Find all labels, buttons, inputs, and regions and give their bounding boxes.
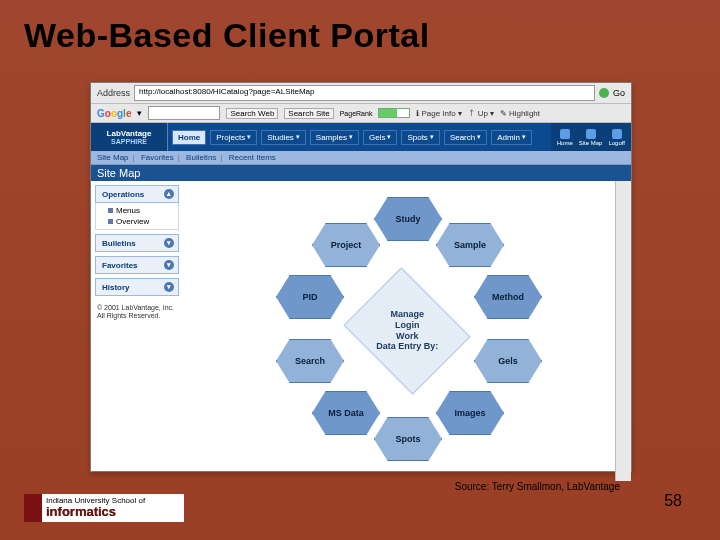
sidebar-item-bulletins[interactable]: Bulletins ▾ (95, 234, 179, 252)
center-line1: Manage (376, 309, 438, 320)
center-line3: Work (376, 331, 438, 342)
tab-studies[interactable]: Studies▾ (261, 130, 306, 145)
sidebar-sub-menus[interactable]: Menus (108, 205, 174, 216)
slide-title: Web-Based Client Portal (0, 0, 720, 55)
petal-study[interactable]: Study (374, 197, 442, 241)
toolbar-chevron-icon[interactable]: ▾ (137, 108, 142, 118)
address-label: Address (97, 88, 130, 98)
go-label: Go (613, 88, 625, 98)
chevron-down-icon: ▾ (430, 133, 434, 141)
up-link[interactable]: 🡑 Up ▾ (468, 109, 494, 118)
chevron-down-icon: ▾ (387, 133, 391, 141)
subnav-bar: Site Map| Favorites| Bulletins| Recent I… (91, 151, 631, 165)
petal-sample[interactable]: Sample (436, 223, 504, 267)
pagerank-meter (378, 108, 410, 118)
sidebar-item-operations[interactable]: Operations ▴ (95, 185, 179, 203)
sitemap-icon[interactable]: Site Map (579, 129, 603, 146)
petal-msdata[interactable]: MS Data (312, 391, 380, 435)
tab-samples[interactable]: Samples▾ (310, 130, 359, 145)
subnav-favorites[interactable]: Favorites (141, 153, 174, 162)
source-credit: Source: Terry Smallmon, LabVantage (455, 481, 620, 492)
page-title: Site Map (91, 165, 631, 181)
center-line2: Login (376, 320, 438, 331)
slide-number: 58 (664, 492, 682, 510)
address-bar-row: Address http://localhost:8080/HICatalog?… (91, 83, 631, 104)
content-area: Operations ▴ Menus Overview Bulletins ▾ … (91, 181, 631, 481)
logo-line2: informatics (46, 505, 145, 519)
nav-tabs: Home Projects▾ Studies▾ Samples▾ Gels▾ S… (168, 123, 551, 151)
tab-gels[interactable]: Gels▾ (363, 130, 397, 145)
sitemap-flower: Manage Login Work Data Entry By: Study S… (272, 201, 542, 461)
flower-center: Manage Login Work Data Entry By: (343, 267, 470, 394)
app-header: LabVantage SAPPHIRE Home Projects▾ Studi… (91, 123, 631, 151)
go-icon[interactable] (599, 88, 609, 98)
petal-pid[interactable]: PID (276, 275, 344, 319)
brand-logo: LabVantage SAPPHIRE (91, 123, 168, 151)
expand-icon[interactable]: ▾ (164, 282, 174, 292)
footer-university-logo: Indiana University School of informatics (24, 494, 184, 522)
address-input[interactable]: http://localhost:8080/HICatalog?page=ALS… (134, 85, 595, 101)
subnav-recent[interactable]: Recent Items (229, 153, 276, 162)
center-line4: Data Entry By: (376, 342, 438, 353)
google-search-input[interactable] (148, 106, 220, 120)
petal-images[interactable]: Images (436, 391, 504, 435)
logoff-icon[interactable]: Logoff (608, 129, 625, 146)
google-logo-icon: Google (97, 108, 131, 119)
petal-method[interactable]: Method (474, 275, 542, 319)
page-info-link[interactable]: ℹ Page Info ▾ (416, 109, 461, 118)
diagram-area: Manage Login Work Data Entry By: Study S… (183, 181, 631, 481)
subnav-bulletins[interactable]: Bulletins (186, 153, 216, 162)
tab-search[interactable]: Search▾ (444, 130, 487, 145)
petal-spots[interactable]: Spots (374, 417, 442, 461)
sidebar-item-favorites[interactable]: Favorites ▾ (95, 256, 179, 274)
petal-search[interactable]: Search (276, 339, 344, 383)
subnav-sitemap[interactable]: Site Map (97, 153, 129, 162)
chevron-down-icon: ▾ (296, 133, 300, 141)
header-right-icons: Home Site Map Logoff (551, 123, 631, 151)
vertical-scrollbar[interactable] (615, 181, 631, 481)
search-site-button[interactable]: Search Site (284, 108, 333, 119)
highlight-link[interactable]: ✎ Highlight (500, 109, 540, 118)
pagerank-label: PageRank (340, 110, 373, 117)
tab-spots[interactable]: Spots▾ (401, 130, 439, 145)
expand-icon[interactable]: ▾ (164, 238, 174, 248)
brand-line2: SAPPHIRE (111, 138, 147, 145)
chevron-down-icon: ▾ (349, 133, 353, 141)
tab-projects[interactable]: Projects▾ (210, 130, 257, 145)
browser-screenshot: Address http://localhost:8080/HICatalog?… (90, 82, 632, 472)
chevron-down-icon: ▾ (477, 133, 481, 141)
sidebar-sub-overview[interactable]: Overview (108, 216, 174, 227)
brand-line1: LabVantage (107, 129, 152, 138)
petal-gels[interactable]: Gels (474, 339, 542, 383)
chevron-down-icon: ▾ (522, 133, 526, 141)
collapse-icon[interactable]: ▴ (164, 189, 174, 199)
copyright-text: © 2001 LabVantage, Inc. All Rights Reser… (95, 300, 179, 325)
logo-redbar-icon (24, 494, 42, 522)
chevron-down-icon: ▾ (247, 133, 251, 141)
home-icon[interactable]: Home (557, 129, 573, 146)
search-web-button[interactable]: Search Web (226, 108, 278, 119)
sidebar-item-history[interactable]: History ▾ (95, 278, 179, 296)
sidebar: Operations ▴ Menus Overview Bulletins ▾ … (91, 181, 183, 481)
petal-project[interactable]: Project (312, 223, 380, 267)
tab-home[interactable]: Home (172, 130, 206, 145)
tab-admin[interactable]: Admin▾ (491, 130, 532, 145)
google-toolbar: Google ▾ Search Web Search Site PageRank… (91, 104, 631, 123)
expand-icon[interactable]: ▾ (164, 260, 174, 270)
sidebar-sub-operations: Menus Overview (95, 203, 179, 230)
